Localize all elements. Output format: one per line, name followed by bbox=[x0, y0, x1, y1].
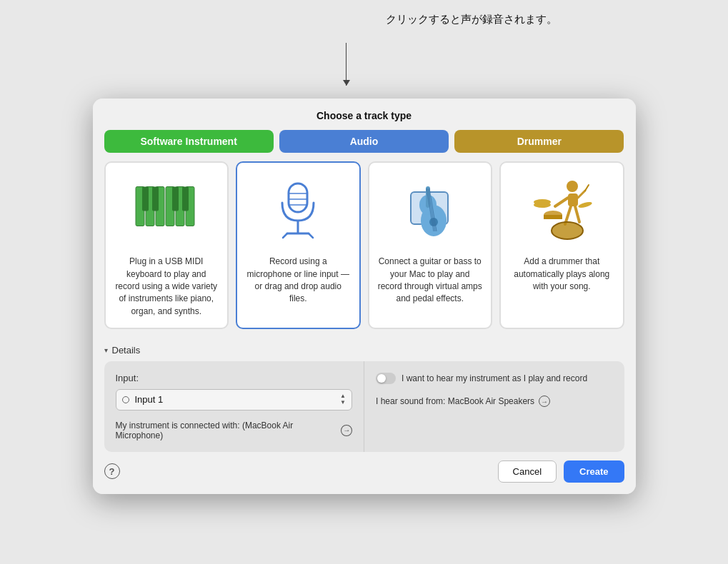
svg-rect-8 bbox=[172, 187, 179, 211]
dialog-title: Choose a track type bbox=[93, 99, 636, 130]
monitor-label: I want to hear my instrument as I play a… bbox=[402, 373, 587, 383]
svg-rect-37 bbox=[544, 215, 562, 219]
svg-rect-28 bbox=[568, 193, 578, 206]
microphone-icon bbox=[262, 174, 334, 246]
tab-audio[interactable]: Audio bbox=[279, 130, 449, 153]
svg-line-17 bbox=[309, 233, 313, 238]
track-type-tabs: Software Instrument Audio Drummer bbox=[93, 130, 636, 161]
input-stepper[interactable]: ▲ ▼ bbox=[340, 393, 346, 406]
svg-rect-6 bbox=[142, 187, 149, 211]
details-header[interactable]: ▾ Details bbox=[104, 338, 624, 361]
keyboard-card-desc: Plug in a USB MIDI keyboard to play and … bbox=[114, 256, 219, 318]
details-arrow-icon: ▾ bbox=[104, 346, 108, 354]
monitor-toggle[interactable] bbox=[376, 373, 396, 384]
annotation-top: クリックすると声が録音されます。 bbox=[386, 13, 557, 26]
dialog-footer: ? Cancel Create bbox=[93, 452, 636, 494]
drummer-card[interactable]: Add a drummer that automatically plays a… bbox=[499, 161, 624, 329]
svg-rect-10 bbox=[289, 183, 307, 212]
track-type-dialog: Choose a track type Software Instrument … bbox=[93, 99, 636, 494]
drummer-card-desc: Add a drummer that automatically plays a… bbox=[509, 256, 614, 293]
cancel-button[interactable]: Cancel bbox=[498, 460, 557, 483]
input-select-text: Input 1 bbox=[135, 394, 336, 405]
help-button[interactable]: ? bbox=[104, 463, 120, 479]
microphone-card[interactable]: Record using a microphone or line input … bbox=[236, 161, 361, 329]
instrument-connected-arrow-icon[interactable]: → bbox=[341, 425, 352, 436]
sound-from-text: I hear sound from: MacBook Air Speakers bbox=[376, 396, 534, 406]
drummer-icon bbox=[526, 174, 597, 246]
instrument-cards: Plug in a USB MIDI keyboard to play and … bbox=[93, 161, 636, 338]
svg-point-27 bbox=[567, 181, 578, 192]
details-section: ▾ Details Input: Input 1 ▲ ▼ My instrume… bbox=[93, 338, 636, 452]
svg-line-16 bbox=[283, 233, 287, 238]
monitor-toggle-row: I want to hear my instrument as I play a… bbox=[376, 373, 613, 384]
svg-point-39 bbox=[534, 199, 551, 205]
microphone-card-desc: Record using a microphone or line input … bbox=[246, 256, 351, 306]
svg-point-40 bbox=[577, 201, 592, 209]
tab-software-instrument[interactable]: Software Instrument bbox=[104, 130, 274, 153]
input-label: Input: bbox=[116, 373, 353, 383]
guitar-card[interactable]: Connect a guitar or bass to your Mac to … bbox=[368, 161, 493, 329]
keyboard-icon bbox=[131, 174, 202, 246]
details-left: Input: Input 1 ▲ ▼ My instrument is conn… bbox=[104, 361, 365, 452]
guitar-icon bbox=[394, 174, 466, 246]
svg-line-30 bbox=[578, 191, 585, 198]
svg-line-29 bbox=[555, 198, 568, 206]
guitar-card-desc: Connect a guitar or bass to your Mac to … bbox=[378, 256, 483, 306]
input-circle-icon bbox=[122, 396, 129, 403]
instrument-connected: My instrument is connected with: (MacBoo… bbox=[116, 421, 353, 440]
sound-from: I hear sound from: MacBook Air Speakers … bbox=[376, 396, 613, 407]
details-body: Input: Input 1 ▲ ▼ My instrument is conn… bbox=[104, 361, 624, 452]
svg-rect-9 bbox=[182, 187, 189, 211]
stepper-down-icon[interactable]: ▼ bbox=[340, 400, 346, 406]
annotation-line-top bbox=[346, 43, 346, 86]
svg-line-33 bbox=[575, 206, 579, 222]
tab-drummer[interactable]: Drummer bbox=[454, 130, 624, 153]
svg-rect-7 bbox=[152, 187, 159, 211]
details-header-label: Details bbox=[112, 345, 141, 356]
sound-from-arrow-icon[interactable]: → bbox=[539, 396, 550, 407]
keyboard-card[interactable]: Plug in a USB MIDI keyboard to play and … bbox=[104, 161, 229, 329]
instrument-connected-text: My instrument is connected with: (MacBoo… bbox=[116, 421, 337, 440]
input-select-wrapper[interactable]: Input 1 ▲ ▼ bbox=[116, 389, 353, 411]
details-right: I want to hear my instrument as I play a… bbox=[364, 361, 624, 452]
create-button[interactable]: Create bbox=[564, 460, 624, 483]
footer-buttons: Cancel Create bbox=[498, 460, 624, 483]
svg-line-31 bbox=[585, 185, 589, 191]
